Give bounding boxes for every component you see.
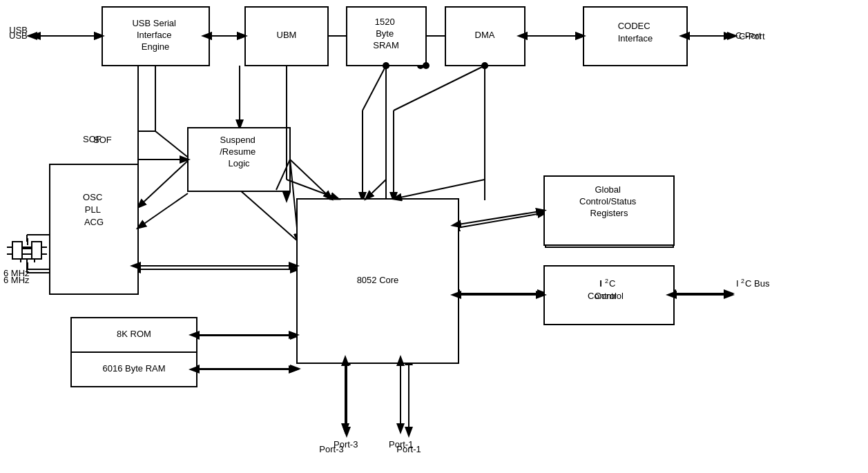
port3-text: Port-3 bbox=[334, 439, 358, 450]
dma-diag bbox=[394, 66, 485, 110]
i2c-superscript: 2 bbox=[605, 278, 608, 284]
port1-text: Port-1 bbox=[389, 439, 413, 450]
core-txt: 8052 Core bbox=[357, 275, 399, 285]
ram-txt: 6016 Byte RAM bbox=[102, 363, 165, 374]
suspend-to-core-final bbox=[290, 160, 331, 199]
sram-txt: 1520 Byte SRAM bbox=[373, 17, 399, 50]
svg-rect-6 bbox=[50, 164, 138, 294]
dma-txt: DMA bbox=[475, 30, 495, 40]
rom-txt: 8K ROM bbox=[117, 329, 151, 339]
i2c-bus-super: 2 bbox=[741, 278, 744, 284]
sof-text: SOF bbox=[83, 134, 102, 144]
usb-text: USB bbox=[9, 30, 28, 41]
suspend-to-osc bbox=[138, 193, 188, 228]
core-global-arrow bbox=[457, 213, 546, 228]
i2c-letter-i: I bbox=[599, 278, 602, 289]
block-diagram: USB Serial Interface Engine UBM 1520 Byt… bbox=[0, 0, 868, 473]
core-global-final bbox=[459, 211, 544, 224]
sram-diag bbox=[363, 66, 386, 110]
mhz-label: 6 MHz bbox=[3, 275, 30, 285]
sram-to-core bbox=[366, 180, 386, 199]
c-rect2 bbox=[32, 242, 41, 259]
i2c-control-word: Control bbox=[595, 291, 624, 301]
junc2 bbox=[423, 62, 430, 69]
dma-to-core bbox=[394, 180, 485, 199]
suspend-osc-arrow bbox=[138, 159, 190, 207]
c-rect1 bbox=[12, 242, 22, 259]
i2c-bus-letter-i: I bbox=[736, 278, 739, 289]
ubm-txt: UBM bbox=[277, 30, 297, 40]
suspend-core-line bbox=[240, 190, 298, 242]
cport-text: C-Port bbox=[739, 31, 765, 41]
i2c-bus-c: C Bus bbox=[745, 278, 770, 289]
i2c-letter-c: C bbox=[609, 278, 615, 289]
osc-txt: OSC PLL ACG bbox=[83, 192, 105, 227]
sie-suspend-line bbox=[155, 131, 190, 159]
